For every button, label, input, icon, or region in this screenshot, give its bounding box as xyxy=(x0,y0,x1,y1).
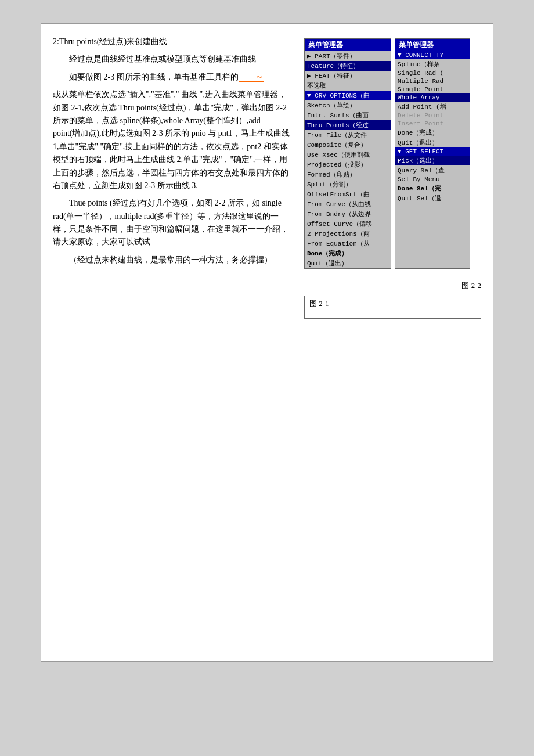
menu-item-offsetcurve[interactable]: Offset Curve（偏移 xyxy=(305,219,391,229)
menu-window-2: 菜单管理器 ▼ CONNECT TY Spline（样条 Single Rad … xyxy=(395,38,470,269)
menu-item-selbymenu[interactable]: Sel By Menu xyxy=(395,175,470,183)
menu-item-fromcurve[interactable]: From Curve（从曲线 xyxy=(305,199,391,209)
menu-item-fromequation[interactable]: From Equation（从 xyxy=(305,239,391,249)
menu-item-intr[interactable]: Intr. Surfs（曲面 xyxy=(305,110,391,120)
menu-item-2proj[interactable]: 2 Projections（两 xyxy=(305,229,391,239)
content-row: 2:Thru points(经过点)来创建曲线 经过点是曲线经过基准点或模型顶点… xyxy=(53,35,481,650)
menu-item-querysel[interactable]: Query Sel（查 xyxy=(395,165,470,175)
menu-section-getselect: ▼ GET SELECT xyxy=(395,147,470,156)
menu-item-feat[interactable]: FEAT（特征） xyxy=(305,71,391,81)
fig1-label: 图 2-1 xyxy=(309,299,329,308)
menu-item-done2[interactable]: Done（完成） xyxy=(395,128,470,138)
menu-item-deletepoint[interactable]: Delete Point xyxy=(395,111,470,120)
menu-section-connect: ▼ CONNECT TY xyxy=(395,51,470,59)
menu-window-1: 菜单管理器 PART（零件） Feature（特征） FEAT（特征） 不选取 … xyxy=(304,38,391,269)
menu-item-feature[interactable]: Feature（特征） xyxy=(305,61,391,71)
menu-item-multiplerad[interactable]: Multiple Rad xyxy=(395,77,470,85)
para1: 2:Thru points(经过点)来创建曲线 xyxy=(53,35,290,48)
para5: （经过点来构建曲线，是最常用的一种方法，务必撑握） xyxy=(53,254,290,267)
menu-item-split[interactable]: Split（分割） xyxy=(305,179,391,189)
menu-item-donesel[interactable]: Done Sel（完 xyxy=(395,183,470,193)
menu-item-composite[interactable]: Composite（复合） xyxy=(305,140,391,150)
menu-item-sketch[interactable]: Sketch（草绘） xyxy=(305,100,391,110)
menu-item-frombndry[interactable]: From Bndry（从边界 xyxy=(305,209,391,219)
page-container: 2:Thru points(经过点)来创建曲线 经过点是曲线经过基准点或模型顶点… xyxy=(41,23,493,662)
menu-area: 菜单管理器 PART（零件） Feature（特征） FEAT（特征） 不选取 … xyxy=(304,38,481,269)
menu-item-usexsec[interactable]: Use Xsec（使用剖截 xyxy=(305,150,391,160)
menu-item-formed[interactable]: Formed（印贴） xyxy=(305,170,391,179)
menu-item-singlerad[interactable]: Single Rad ( xyxy=(395,69,470,77)
fig2-label: 图 2-2 xyxy=(461,280,481,291)
menu-title-1: 菜单管理器 xyxy=(305,39,391,51)
menu-item-thrupoints[interactable]: Thru Points（经过 xyxy=(305,120,391,130)
menu-title-2: 菜单管理器 xyxy=(395,39,470,51)
text-column: 2:Thru points(经过点)来创建曲线 经过点是曲线经过基准点或模型顶点… xyxy=(53,35,295,650)
menu-item-projected[interactable]: Projected（投影） xyxy=(305,160,391,170)
menu-item-done[interactable]: Done（完成） xyxy=(305,249,391,258)
menu-item-quit2[interactable]: Quit（退出） xyxy=(395,138,470,147)
menu-item-nosel[interactable]: 不选取 xyxy=(305,81,391,91)
menu-item-quitsel[interactable]: Quit Sel（退 xyxy=(395,193,470,203)
fig-row-2: 图 2-2 xyxy=(304,278,481,291)
menu-item-addpoint[interactable]: Add Point (增 xyxy=(395,102,470,111)
menu-item-spline[interactable]: Spline（样条 xyxy=(395,59,470,69)
menu-item-wholearray[interactable]: Whole Array xyxy=(395,93,470,102)
menu-item-pick[interactable]: Pick（选出） xyxy=(395,156,470,165)
menu-item-offsetfromsrf[interactable]: OffsetFromSrf（曲 xyxy=(305,189,391,199)
diagrams-column: 菜单管理器 PART（零件） Feature（特征） FEAT（特征） 不选取 … xyxy=(301,35,481,650)
menu-item-insertpoint[interactable]: Insert Point xyxy=(395,120,470,128)
para1b: 经过点是曲线经过基准点或模型顶点等创建基准曲线 xyxy=(53,53,290,66)
para4: Thue points (经过点)有好几个选项，如图 2-2 所示，如 sing… xyxy=(53,197,290,249)
squiggle-icon: ～ xyxy=(239,72,264,82)
menu-section-crv: ▼ CRV OPTIONS（曲 xyxy=(305,91,391,100)
para3: 或从菜单栏依次点选"插入","基准"," 曲线 ",进入曲线菜单管理器，如图 2… xyxy=(53,88,290,192)
menu-item-quit[interactable]: Quit（退出） xyxy=(305,258,391,268)
menu-item-fromfile[interactable]: From File（从文件 xyxy=(305,130,391,140)
para2: 如要做图 2-3 图所示的曲线，单击基准工具栏的～ xyxy=(53,71,290,84)
menu-item-part[interactable]: PART（零件） xyxy=(305,51,391,61)
menu-item-singlepoint[interactable]: Single Point xyxy=(395,85,470,93)
fig1-box: 图 2-1 xyxy=(304,296,481,319)
